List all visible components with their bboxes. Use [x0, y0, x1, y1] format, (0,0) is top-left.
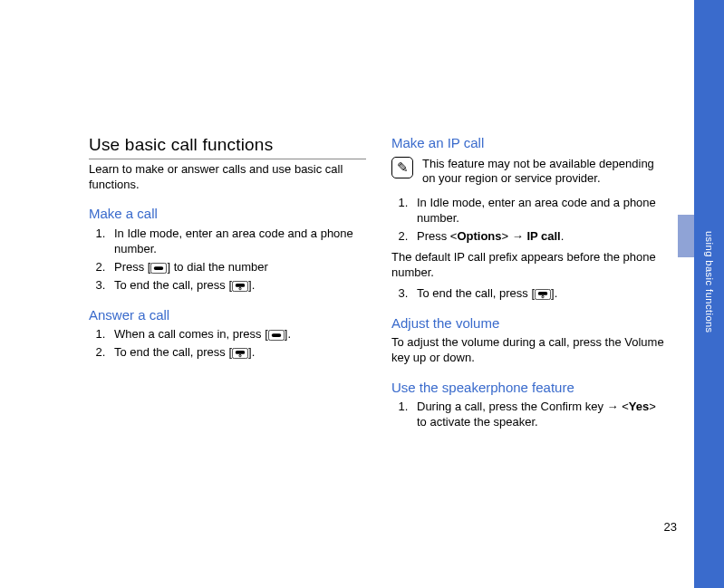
- softkey-label: Yes: [629, 400, 649, 413]
- note-icon: ✎: [391, 157, 413, 178]
- end-key-icon: [232, 281, 248, 292]
- end-key-icon: [232, 348, 248, 359]
- step-text: ] to dial the number: [167, 260, 267, 274]
- step-text: ].: [248, 278, 255, 292]
- manual-page: using basic functions Use basic call fun…: [0, 0, 724, 588]
- list-item: Press [] to dial the number: [109, 260, 366, 275]
- menu-label: IP call: [526, 229, 560, 243]
- svg-rect-13: [538, 292, 548, 295]
- step-text: > →: [502, 229, 527, 243]
- step-text: ].: [285, 327, 291, 341]
- list-item: During a call, press the Confirm key → <…: [411, 400, 669, 430]
- list-item: To end the call, press [].: [411, 286, 669, 302]
- section-heading: Use basic call functions: [89, 134, 366, 159]
- list-item: Press <Options> → IP call.: [411, 229, 669, 245]
- svg-rect-7: [272, 333, 282, 337]
- call-key-icon: [268, 330, 285, 341]
- list-item: When a call comes in, press [].: [109, 327, 366, 342]
- step-text: .: [561, 229, 565, 243]
- call-key-icon: [150, 263, 167, 274]
- step-subtext: The default IP call prefix appears befor…: [391, 250, 669, 281]
- step-text: When a call comes in, press [: [114, 327, 268, 341]
- end-key-icon: [535, 289, 551, 300]
- right-column: Make an IP call ✎ This feature may not b…: [391, 134, 669, 436]
- volume-text: To adjust the volume during a call, pres…: [391, 335, 669, 366]
- step-text: Press <: [417, 229, 457, 243]
- ip-call-steps-cont: To end the call, press [].: [391, 286, 669, 302]
- answer-call-heading: Answer a call: [89, 306, 366, 324]
- list-item: To end the call, press [].: [109, 345, 366, 361]
- volume-heading: Adjust the volume: [391, 314, 669, 333]
- step-text: Press [: [114, 260, 150, 274]
- step-text: During a call, press the Confirm key → <: [417, 400, 629, 413]
- make-call-heading: Make a call: [89, 205, 366, 223]
- svg-rect-3: [236, 284, 246, 287]
- make-call-steps: In Idle mode, enter an area code and a p…: [89, 227, 366, 294]
- list-item: To end the call, press [].: [109, 278, 366, 294]
- answer-call-steps: When a call comes in, press []. To end t…: [89, 327, 366, 361]
- speakerphone-steps: During a call, press the Confirm key → <…: [391, 400, 669, 430]
- note-box: ✎ This feature may not be available depe…: [391, 157, 669, 188]
- speakerphone-heading: Use the speakerphone feature: [391, 379, 669, 397]
- step-text: To end the call, press [: [114, 345, 232, 359]
- step-text: To end the call, press [: [114, 278, 232, 292]
- svg-rect-1: [154, 266, 164, 270]
- step-text: To end the call, press [: [417, 286, 535, 300]
- page-number: 23: [0, 520, 677, 534]
- svg-rect-9: [236, 351, 246, 354]
- content-area: Use basic call functions Learn to make o…: [89, 134, 669, 436]
- step-text: ].: [248, 345, 255, 359]
- ip-call-heading: Make an IP call: [391, 134, 669, 152]
- note-text: This feature may not be available depend…: [422, 157, 669, 188]
- left-column: Use basic call functions Learn to make o…: [89, 134, 366, 436]
- list-item: In Idle mode, enter an area code and a p…: [411, 196, 669, 227]
- section-intro: Learn to make or answer calls and use ba…: [89, 162, 366, 193]
- step-text: ].: [551, 286, 557, 300]
- side-tab-marker: [678, 215, 694, 257]
- ip-call-steps: In Idle mode, enter an area code and a p…: [391, 196, 669, 245]
- side-section-label: using basic functions: [694, 231, 724, 376]
- list-item: In Idle mode, enter an area code and a p…: [109, 227, 366, 257]
- softkey-label: Options: [457, 229, 501, 243]
